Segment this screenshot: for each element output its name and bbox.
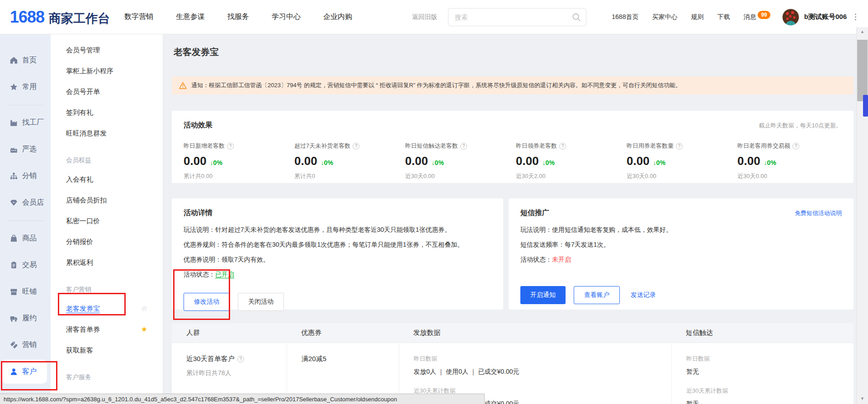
nav-item[interactable]: 数字营销 <box>124 12 153 22</box>
modify-activity-button[interactable]: 修改活动 <box>184 293 230 311</box>
menu-item[interactable]: 会员权益 <box>51 144 163 169</box>
nav-item[interactable]: 学习中心 <box>272 12 301 22</box>
help-icon[interactable] <box>676 143 683 150</box>
update-note: 截止昨天数据，每天10点更新。 <box>759 122 842 130</box>
menu-item[interactable]: 累积返利 <box>51 252 163 273</box>
menu-item[interactable]: 入会有礼 <box>51 169 163 190</box>
open-notification-button[interactable]: 开启通知 <box>520 286 566 304</box>
effect-panel: 活动效果 截止昨天数据，每天10点更新。 昨日新增老客数 0.00 ↓0% <box>172 111 854 183</box>
star-outline-icon[interactable] <box>141 305 147 312</box>
activity-status-line: 活动状态：已开启 <box>184 267 491 282</box>
status-bar: https://work.1688.com/?spm=a2638g.u_6_12… <box>0 394 485 404</box>
menu-item-label: 分销报价 <box>66 238 93 246</box>
sidebar-item[interactable]: 常用 <box>0 74 51 100</box>
audience-name: 近30天首单客户 <box>186 355 235 363</box>
sms-reach-cell: 昨日数据 暂无 近30天累计数据 暂无 <box>671 343 854 404</box>
menu-item[interactable]: 掌柜上新小程序 <box>51 61 163 81</box>
menu-item[interactable]: 潜客首单券 <box>51 319 163 340</box>
audience-sub: 累计昨日共78人 <box>186 369 287 377</box>
detail-panel-title: 活动详情 <box>184 208 212 218</box>
sidebar-item[interactable]: 会员店 <box>0 189 51 216</box>
sidebar-item[interactable]: 严选 <box>0 136 51 163</box>
search-icon[interactable] <box>572 13 581 22</box>
menu-item-label: 店铺会员折扣 <box>66 196 107 205</box>
help-icon[interactable] <box>353 143 359 150</box>
sidebar-item[interactable]: 首页 <box>0 47 51 74</box>
sidebar-item[interactable]: 分销 <box>0 163 51 189</box>
sms-status-line: 活动状态：未开启 <box>520 252 842 267</box>
help-icon[interactable] <box>793 143 799 150</box>
logo[interactable]: 1688 商家工作台 <box>10 8 110 27</box>
top-link[interactable]: 买家中心 <box>652 13 677 21</box>
nav-item[interactable]: 找服务 <box>227 12 249 22</box>
avatar[interactable] <box>782 9 799 26</box>
menu-item[interactable]: 老客发券宝 <box>51 298 163 319</box>
view-account-button[interactable]: 查看账户 <box>574 286 620 304</box>
scroll-down-arrow-icon[interactable]: ▼ <box>857 395 868 402</box>
help-icon[interactable] <box>460 143 467 150</box>
scrollbar-thumb[interactable] <box>857 40 868 101</box>
menu-item[interactable]: 分销报价 <box>51 231 163 252</box>
top-link[interactable]: 1688首页 <box>612 13 638 21</box>
help-icon[interactable] <box>559 143 566 150</box>
messages-link[interactable]: 消息 99 <box>743 13 770 21</box>
activity-detail-panel: 活动详情 玩法说明：针对超过7天未补货的老客发送优惠券，且每种类型老客近30天只… <box>172 198 503 310</box>
nav-item[interactable]: 企业内购 <box>323 12 352 22</box>
top-link[interactable]: 下载 <box>717 13 730 21</box>
menu-item-label: 客户服务 <box>66 373 91 381</box>
sms-line: 玩法说明：使用短信通知老客复购，成本低，效果好。 <box>520 222 842 237</box>
menu-item[interactable]: 店铺会员折扣 <box>51 190 163 211</box>
send-record-link[interactable]: 发送记录 <box>631 291 656 299</box>
search-input[interactable] <box>448 8 586 26</box>
stat-label: 昨日短信触达老客数 <box>405 142 458 150</box>
menu-item-label: 旺旺消息群发 <box>66 129 107 138</box>
menu-sidebar: 会员号管理 掌柜上新小程序 会员号开单 签到有礼 旺旺消息群发 <box>51 34 163 404</box>
stat-delta: ↓0% <box>210 159 222 166</box>
sidebar-item[interactable]: 找工厂 <box>0 109 51 136</box>
kebab-menu-icon[interactable] <box>853 12 858 22</box>
menu-item[interactable]: 会员号管理 <box>51 40 163 61</box>
stat-value: 0.00 <box>737 154 760 168</box>
sidebar-item[interactable] <box>0 100 51 109</box>
close-activity-button[interactable]: 关闭活动 <box>238 293 284 311</box>
scroll-up-arrow-icon[interactable]: ▲ <box>857 28 868 35</box>
help-icon[interactable] <box>227 143 234 150</box>
stat-label: 昨日老客用券交易额 <box>737 142 790 150</box>
menu-item[interactable]: 客户营销 <box>51 273 163 298</box>
stat-delta: ↓0% <box>542 159 555 166</box>
top-link[interactable]: 规则 <box>691 13 703 21</box>
menu-item[interactable]: 会员号开单 <box>51 81 163 102</box>
page-title: 老客发券宝 <box>174 46 854 58</box>
clipboard-icon <box>10 261 18 269</box>
stat-sub: 近30天0.00 <box>737 172 848 180</box>
nav-item[interactable]: 生意参谋 <box>176 12 205 22</box>
stat-block: 昨日用券老客数量 0.00 ↓0% 近30天0.00 <box>627 142 737 180</box>
detail-line: 优惠券说明：领取7天内有效。 <box>184 252 491 267</box>
sidebar-item[interactable]: 营销 <box>0 332 51 358</box>
menu-item[interactable]: 旺旺消息群发 <box>51 123 163 144</box>
sidebar-item[interactable]: 旺铺 <box>0 278 51 305</box>
sidebar-item[interactable]: 交易 <box>0 252 51 278</box>
menu-item[interactable]: 私密一口价 <box>51 211 163 231</box>
free-sms-help-link[interactable]: 免费短信活动说明 <box>795 209 842 217</box>
back-to-old-link[interactable]: 返回旧版 <box>412 13 437 21</box>
sidebar-item[interactable] <box>0 216 51 225</box>
sidebar-item[interactable]: 履约 <box>0 305 51 332</box>
table-header-row: 人群 优惠券 发放数据 短信触达 <box>172 323 854 343</box>
sidebar-item[interactable]: 客户 <box>2 360 47 384</box>
stat-label: 昨日领券老客数 <box>516 142 557 150</box>
sidebar-item[interactable]: 商品 <box>0 225 51 252</box>
menu-item[interactable]: 签到有礼 <box>51 102 163 123</box>
table-header-cell: 发放数据 <box>399 329 671 337</box>
stat-value: 0.00 <box>627 154 650 168</box>
stat-value: 0.00 <box>294 154 317 168</box>
star-filled-icon[interactable] <box>141 326 147 333</box>
table-header-cell: 短信触达 <box>671 329 854 337</box>
menu-item[interactable]: 获取新客 <box>51 340 163 361</box>
vertical-scrollbar[interactable]: ▲ ▼ <box>856 27 868 404</box>
account-name[interactable]: b测试账号006 <box>804 13 847 21</box>
help-icon[interactable] <box>237 356 244 362</box>
menu-item-label: 私密一口价 <box>66 217 100 225</box>
menu-item[interactable]: 客户服务 <box>51 361 163 386</box>
sidebar-item-label: 旺铺 <box>22 287 37 296</box>
